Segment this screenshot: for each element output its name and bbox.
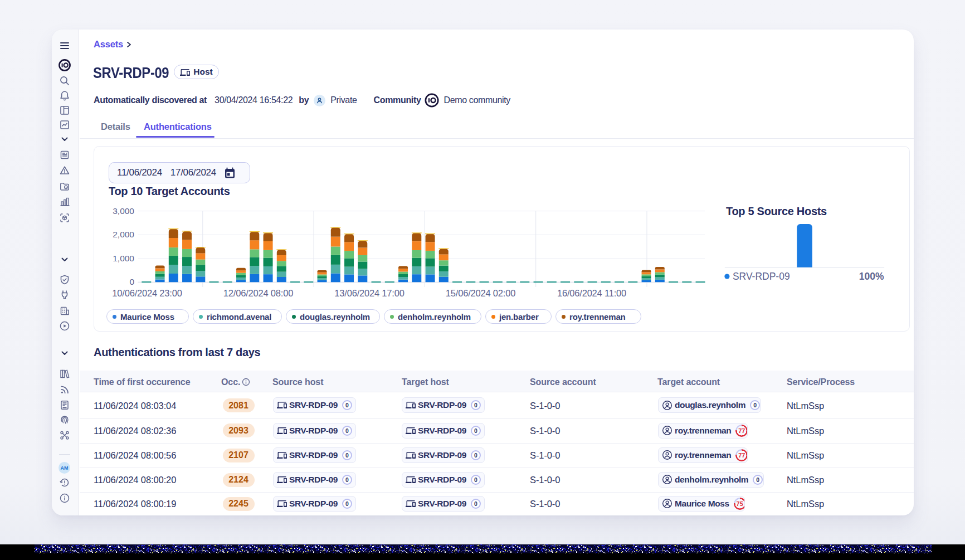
svg-text:13/06/2024 17:00: 13/06/2024 17:00 [334,288,404,298]
svg-text:0: 0 [129,277,134,286]
svg-text:15/06/2024 02:00: 15/06/2024 02:00 [446,288,515,298]
svg-text:2,000: 2,000 [113,230,134,239]
svg-text:12/06/2024 08:00: 12/06/2024 08:00 [223,288,293,298]
svg-text:16/06/2024 11:00: 16/06/2024 11:00 [557,288,626,298]
svg-text:100%: 100% [859,271,884,282]
svg-text:10/06/2024 23:00: 10/06/2024 23:00 [112,288,182,298]
svg-text:3,000: 3,000 [113,206,134,216]
svg-text:SRV-RDP-09: SRV-RDP-09 [733,271,790,282]
svg-text:Top 5 Source Hosts: Top 5 Source Hosts [726,205,827,217]
svg-text:1,000: 1,000 [113,254,134,263]
